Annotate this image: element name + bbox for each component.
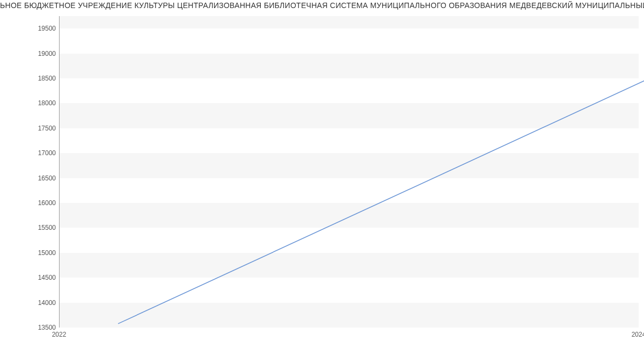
y-tick-label: 15500 [29,224,56,231]
line-series [118,32,644,344]
y-tick-label: 17000 [29,149,56,157]
y-tick-label: 13500 [29,324,56,331]
x-tick-label: 2024 [632,331,644,338]
y-tick-label: 14500 [29,274,56,281]
plot-area [59,16,639,328]
chart-title: ЬНОЕ БЮДЖЕТНОЕ УЧРЕЖДЕНИЕ КУЛЬТУРЫ ЦЕНТР… [0,1,644,10]
y-tick-label: 16000 [29,199,56,207]
y-axis-line [59,16,60,328]
y-tick-label: 15000 [29,249,56,257]
y-tick-label: 18500 [29,75,56,82]
y-tick-label: 18000 [29,99,56,107]
y-tick-label: 16500 [29,174,56,182]
y-tick-label: 19500 [29,25,56,32]
y-tick-label: 17500 [29,125,56,132]
y-tick-label: 19000 [29,50,56,57]
x-tick-label: 2022 [52,331,67,338]
y-tick-label: 14000 [29,299,56,307]
chart-container: ЬНОЕ БЮДЖЕТНОЕ УЧРЕЖДЕНИЕ КУЛЬТУРЫ ЦЕНТР… [0,0,644,349]
